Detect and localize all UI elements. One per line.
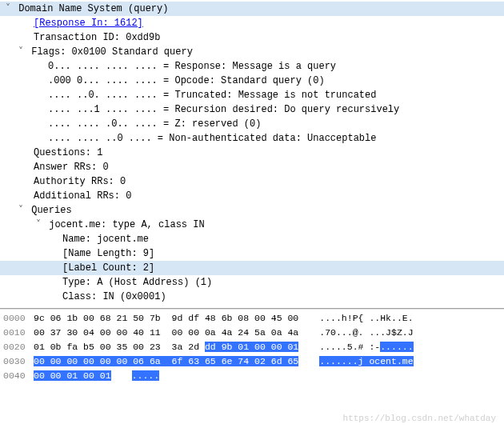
flag-truncated-row[interactable]: .... ..0. .... .... = Truncated: Message… [0, 88, 504, 102]
response-in-link[interactable]: [Response In: 1612] [34, 18, 143, 29]
chevron-down-icon[interactable]: ˅ [16, 45, 26, 59]
additional-rrs-row[interactable]: Additional RRs: 0 [0, 189, 504, 203]
flag-opcode-row[interactable]: .000 0... .... .... = Opcode: Standard q… [0, 74, 504, 88]
hex-row[interactable]: 003000 00 00 00 00 00 06 6a 6f 63 65 6e … [3, 354, 501, 369]
chevron-down-icon[interactable]: ˅ [34, 218, 43, 232]
dns-title: Domain Name System (query) [18, 3, 168, 14]
query-name-row[interactable]: Name: jocent.me [0, 232, 504, 246]
hex-offset: 0010 [3, 326, 34, 340]
query-name-length-row[interactable]: [Name Length: 9] [0, 246, 504, 261]
response-in-row[interactable]: [Response In: 1612] [0, 16, 504, 30]
chevron-down-icon[interactable]: ˅ [3, 2, 13, 16]
flag-nonauth-row[interactable]: .... .... ..0 .... = Non-authenticated d… [0, 131, 504, 146]
query-class-row[interactable]: Class: IN (0x0001) [0, 290, 504, 304]
hex-row[interactable]: 002001 0b fa b5 00 35 00 23 3a 2d dd 9b … [3, 340, 501, 354]
flag-response-row[interactable]: 0... .... .... .... = Response: Message … [0, 59, 504, 74]
hex-row[interactable]: 004000 00 01 00 01..... [3, 369, 501, 383]
hex-offset: 0020 [3, 340, 34, 354]
hex-offset: 0040 [3, 369, 34, 383]
authority-rrs-row[interactable]: Authority RRs: 0 [0, 174, 504, 189]
questions-row[interactable]: Questions: 1 [0, 146, 504, 160]
flags-row[interactable]: ˅ Flags: 0x0100 Standard query [0, 45, 504, 59]
packet-details-pane: ˅ Domain Name System (query) [Response I… [0, 0, 504, 309]
hex-offset: 0030 [3, 354, 34, 369]
query-label-count-row[interactable]: [Label Count: 2] [0, 261, 504, 275]
chevron-down-icon[interactable]: ˅ [16, 203, 26, 218]
flag-z-row[interactable]: .... .... .0.. .... = Z: reserved (0) [0, 117, 504, 131]
hex-row[interactable]: 00009c 06 1b 00 68 21 50 7b 9d df 48 6b … [3, 311, 501, 326]
transaction-id-row[interactable]: Transaction ID: 0xdd9b [0, 30, 504, 45]
flag-recursion-row[interactable]: .... ...1 .... .... = Recursion desired:… [0, 102, 504, 117]
hex-offset: 0000 [3, 311, 34, 326]
answer-rrs-row[interactable]: Answer RRs: 0 [0, 160, 504, 174]
packet-bytes-pane: 00009c 06 1b 00 68 21 50 7b 9d df 48 6b … [0, 309, 504, 386]
dns-root-row[interactable]: ˅ Domain Name System (query) [0, 2, 504, 16]
query-summary-row[interactable]: ˅ jocent.me: type A, class IN [0, 218, 504, 232]
queries-row[interactable]: ˅ Queries [0, 203, 504, 218]
query-type-row[interactable]: Type: A (Host Address) (1) [0, 275, 504, 290]
hex-row[interactable]: 001000 37 30 04 00 00 40 11 00 00 0a 4a … [3, 326, 501, 340]
